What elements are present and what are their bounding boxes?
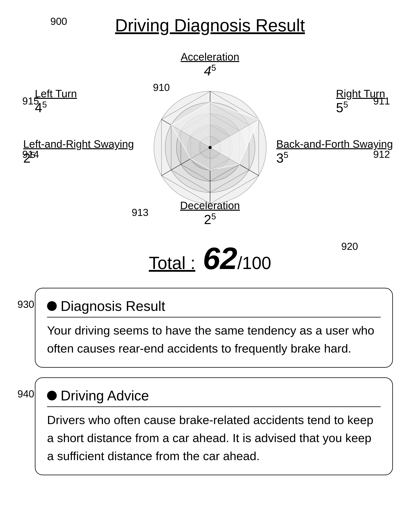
label-left-turn: Left Turn 45 xyxy=(35,87,77,115)
ref-940: 940 xyxy=(17,388,34,400)
acceleration-score: 45 xyxy=(181,63,239,78)
label-right-turn: Right Turn 55 xyxy=(336,87,385,115)
label-back-forth-swaying: Back-and-Forth Swaying 35 xyxy=(276,138,393,166)
advice-title: Driving Advice xyxy=(61,388,149,404)
diagnosis-content: Your driving seems to have the same tend… xyxy=(47,321,381,357)
advice-bullet xyxy=(47,391,57,400)
ref-920: 920 xyxy=(341,241,358,252)
advice-content: Drivers who often cause brake-related ac… xyxy=(47,411,381,465)
right-turn-score: 55 xyxy=(336,100,385,115)
advice-header: Driving Advice xyxy=(47,388,381,407)
back-forth-title: Back-and-Forth Swaying xyxy=(276,138,393,150)
acceleration-title: Acceleration xyxy=(181,51,239,63)
back-forth-score: 35 xyxy=(276,150,393,166)
diagnosis-header: Diagnosis Result xyxy=(47,298,381,317)
diagnosis-title: Diagnosis Result xyxy=(61,298,165,314)
advice-box: Driving Advice Drivers who often cause b… xyxy=(35,377,393,475)
label-left-right-swaying: Left-and-Right Swaying 25 xyxy=(23,138,134,166)
page: 900 Driving Diagnosis Result 910 911 912… xyxy=(0,0,420,520)
left-turn-score: 45 xyxy=(35,100,77,115)
advice-box-wrapper: 940 Driving Advice Drivers who often cau… xyxy=(12,377,408,475)
right-turn-title: Right Turn xyxy=(336,87,385,100)
svg-point-20 xyxy=(209,146,212,149)
left-right-score: 25 xyxy=(23,150,134,166)
label-acceleration: Acceleration 45 xyxy=(181,51,239,78)
total-section: 920 Total : 62/100 xyxy=(12,241,408,276)
total-denom: /100 xyxy=(237,253,271,273)
ref-930: 930 xyxy=(17,298,34,310)
diagnosis-bullet xyxy=(47,301,57,311)
left-right-title: Left-and-Right Swaying xyxy=(23,138,134,150)
left-turn-title: Left Turn xyxy=(35,87,77,100)
ref-900: 900 xyxy=(50,15,67,27)
diagnosis-box-wrapper: 930 Diagnosis Result Your driving seems … xyxy=(12,288,408,368)
radar-section: 910 911 912 913 914 915 Acceleration 45 … xyxy=(12,43,408,252)
radar-chart xyxy=(142,80,278,215)
page-title: Driving Diagnosis Result xyxy=(12,15,408,37)
total-score: 62 xyxy=(203,241,237,275)
total-label: Total : xyxy=(149,253,195,273)
diagnosis-box: Diagnosis Result Your driving seems to h… xyxy=(35,288,393,368)
